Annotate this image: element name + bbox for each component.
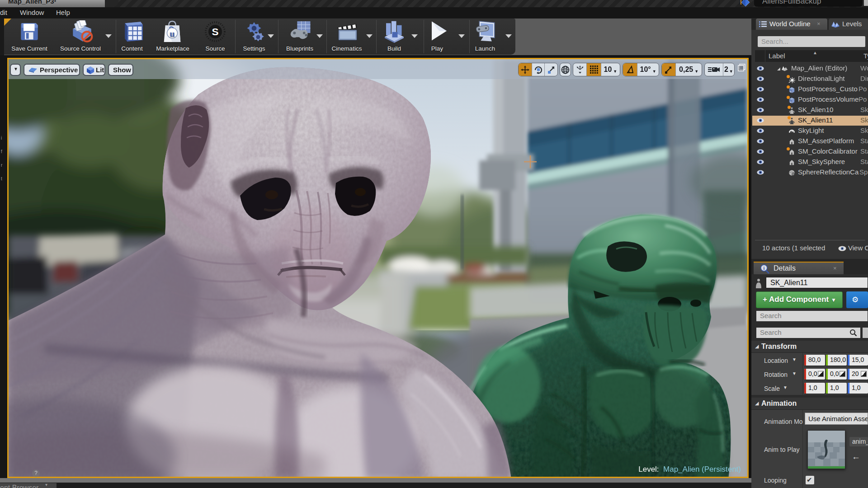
svg-text:i: i <box>764 266 765 271</box>
svg-text:+: + <box>790 100 792 104</box>
svg-text:u: u <box>170 28 175 38</box>
svg-text:S: S <box>212 26 218 38</box>
svg-text:+: + <box>790 90 792 94</box>
